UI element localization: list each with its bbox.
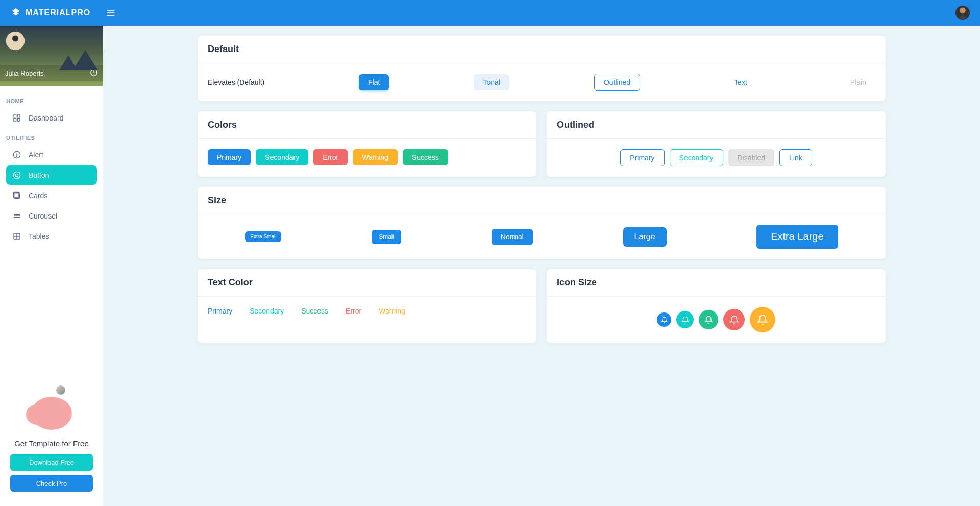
nav-section-utilities: UTILITIES [6, 135, 97, 141]
svg-rect-9 [14, 118, 16, 121]
warning-button[interactable]: Warning [353, 149, 398, 165]
sidebar-item-button[interactable]: Button [6, 165, 97, 185]
error-button[interactable]: Error [313, 149, 348, 165]
sidebar-item-cards[interactable]: Cards [6, 186, 97, 205]
card-colors: Colors Primary Secondary Error Warning S… [198, 111, 536, 177]
text-success[interactable]: Success [301, 307, 328, 315]
sidebar-item-alert[interactable]: Alert [6, 145, 97, 164]
card-title-icon-size: Icon Size [547, 269, 886, 297]
extra-small-button[interactable]: Extra Small [245, 231, 281, 242]
logo[interactable]: MATERIALPRO [10, 7, 90, 18]
svg-point-21 [19, 215, 19, 216]
plain-button[interactable]: Plain [841, 74, 875, 90]
svg-rect-8 [17, 115, 20, 117]
primary-button[interactable]: Primary [208, 149, 251, 165]
sidebar: Julia Roberts HOME Dashboard UTILITIES A… [0, 26, 103, 506]
bell-icon-button-sm[interactable] [676, 311, 694, 328]
download-free-button[interactable]: Download Free [10, 454, 93, 471]
svg-point-14 [13, 172, 20, 178]
outlined-disabled-button: Disabled [728, 149, 774, 166]
card-size: Size Extra Small Small Normal Large Extr… [198, 187, 886, 259]
svg-rect-10 [17, 118, 20, 121]
flat-button[interactable]: Flat [359, 74, 389, 90]
card-title-size: Size [198, 187, 886, 214]
carousel-icon [12, 211, 21, 221]
secondary-button[interactable]: Secondary [256, 149, 308, 165]
extra-large-button[interactable]: Extra Large [756, 225, 838, 249]
logo-icon [10, 7, 21, 18]
nav-section-home: HOME [6, 98, 97, 104]
tables-icon [12, 232, 21, 241]
tonal-button[interactable]: Tonal [474, 74, 509, 90]
user-name: Julia Roberts [5, 69, 44, 77]
user-avatar[interactable] [955, 6, 970, 20]
outlined-link-button[interactable]: Link [779, 149, 812, 166]
card-default: Default Elevates (Default) Flat Tonal Ou… [198, 36, 886, 101]
text-error[interactable]: Error [346, 307, 361, 315]
outlined-secondary-button[interactable]: Secondary [670, 149, 723, 166]
button-icon [12, 171, 21, 180]
sidebar-item-carousel[interactable]: Curousel [6, 206, 97, 226]
brand-text: MATERIALPRO [26, 8, 90, 17]
main-content: Default Elevates (Default) Flat Tonal Ou… [103, 26, 980, 506]
dashboard-icon [12, 113, 21, 123]
card-title-outlined: Outlined [547, 111, 886, 139]
svg-point-15 [15, 174, 18, 176]
text-primary[interactable]: Primary [208, 307, 232, 315]
bell-icon-button-md[interactable] [699, 310, 718, 329]
success-button[interactable]: Success [403, 149, 448, 165]
svg-point-3 [960, 8, 966, 14]
outlined-primary-button[interactable]: Primary [620, 149, 664, 166]
sidebar-item-dashboard[interactable]: Dashboard [6, 108, 97, 128]
alert-icon [12, 150, 21, 159]
text-button[interactable]: Text [725, 74, 756, 90]
card-title-text-color: Text Color [198, 269, 536, 297]
check-pro-button[interactable]: Check Pro [10, 475, 93, 492]
text-secondary[interactable]: Secondary [250, 307, 284, 315]
svg-point-5 [12, 36, 18, 42]
default-label: Elevates (Default) [208, 78, 274, 86]
user-profile-box: Julia Roberts [0, 26, 103, 86]
bell-icon-button-xl[interactable] [750, 307, 775, 332]
topbar: MATERIALPRO [0, 0, 980, 26]
bell-icon-button-xs[interactable] [657, 312, 671, 327]
card-outlined: Outlined Primary Secondary Disabled Link [547, 111, 886, 177]
card-title-default: Default [198, 36, 886, 63]
menu-icon[interactable] [106, 8, 116, 18]
bell-icon-button-lg[interactable] [723, 309, 745, 330]
sidebar-avatar[interactable] [6, 32, 24, 50]
sidebar-item-tables[interactable]: Tables [6, 227, 97, 246]
card-icon-size: Icon Size [547, 269, 886, 343]
svg-point-13 [16, 156, 17, 156]
piggy-icon [29, 388, 75, 434]
card-title-colors: Colors [198, 111, 536, 139]
promo-title: Get Template for Free [10, 439, 93, 448]
card-text-color: Text Color Primary Secondary Success Err… [198, 269, 536, 343]
svg-rect-7 [14, 115, 16, 117]
text-warning[interactable]: Warning [379, 307, 405, 315]
promo-box: Get Template for Free Download Free Chec… [0, 383, 103, 506]
cards-icon [12, 191, 21, 200]
large-button[interactable]: Large [623, 227, 667, 247]
normal-button[interactable]: Normal [492, 229, 533, 245]
outlined-button[interactable]: Outlined [594, 74, 640, 91]
small-button[interactable]: Small [372, 230, 401, 244]
